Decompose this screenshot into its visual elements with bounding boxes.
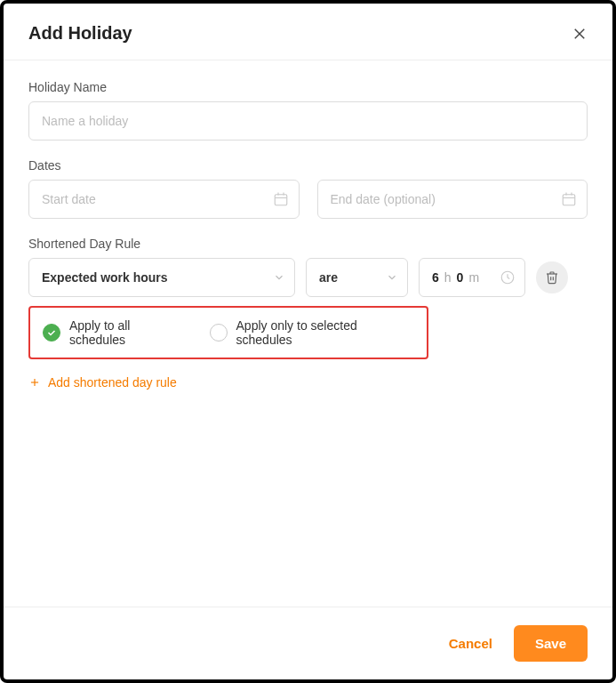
trash-icon xyxy=(545,270,559,285)
add-rule-button[interactable]: Add shortened day rule xyxy=(28,375,588,390)
cancel-button[interactable]: Cancel xyxy=(438,627,503,660)
mins-unit: m xyxy=(468,270,479,285)
radio-indicator-unchecked xyxy=(210,324,228,342)
dates-group: Dates xyxy=(28,158,588,219)
mins-value: 0 xyxy=(457,270,464,285)
operator-select-value: are xyxy=(319,270,338,285)
schedule-scope-radio-group: Apply to all schedules Apply only to sel… xyxy=(28,306,428,359)
delete-rule-button[interactable] xyxy=(536,261,568,293)
modal-header: Add Holiday xyxy=(4,4,612,60)
hours-value: 6 xyxy=(432,270,439,285)
end-date-wrap xyxy=(317,180,588,219)
save-button[interactable]: Save xyxy=(514,625,588,662)
rule-group: Shortened Day Rule Expected work hours a… xyxy=(28,237,588,390)
apply-all-radio[interactable]: Apply to all schedules xyxy=(43,318,188,347)
check-icon xyxy=(46,327,57,338)
end-date-input[interactable] xyxy=(317,180,588,219)
rule-label: Shortened Day Rule xyxy=(28,237,588,251)
dates-label: Dates xyxy=(28,158,588,173)
clock-icon xyxy=(500,269,516,285)
chevron-down-icon xyxy=(273,271,285,284)
dates-row xyxy=(28,180,588,219)
attribute-select-value: Expected work hours xyxy=(42,270,168,285)
holiday-name-group: Holiday Name xyxy=(28,80,588,141)
modal-content: Holiday Name Dates Shortened Day Rule Ex… xyxy=(4,60,612,607)
holiday-name-input[interactable] xyxy=(28,101,588,141)
holiday-name-label: Holiday Name xyxy=(28,80,588,94)
modal-title: Add Holiday xyxy=(28,23,132,44)
chevron-down-icon xyxy=(386,271,398,284)
radio-indicator-checked xyxy=(43,324,60,342)
add-rule-label: Add shortened day rule xyxy=(48,375,177,390)
apply-selected-radio[interactable]: Apply only to selected schedules xyxy=(210,318,414,347)
modal-footer: Cancel Save xyxy=(4,607,612,679)
apply-all-label: Apply to all schedules xyxy=(69,318,188,347)
start-date-input[interactable] xyxy=(28,180,300,219)
hours-unit: h xyxy=(444,270,452,285)
apply-selected-label: Apply only to selected schedules xyxy=(236,318,414,347)
plus-icon xyxy=(28,376,41,389)
close-icon[interactable] xyxy=(572,26,588,42)
attribute-select[interactable]: Expected work hours xyxy=(28,258,295,297)
operator-select[interactable]: are xyxy=(306,258,408,297)
rule-row: Expected work hours are 6 h 0 m xyxy=(28,258,588,297)
start-date-wrap xyxy=(28,180,300,219)
duration-input[interactable]: 6 h 0 m xyxy=(419,258,525,297)
